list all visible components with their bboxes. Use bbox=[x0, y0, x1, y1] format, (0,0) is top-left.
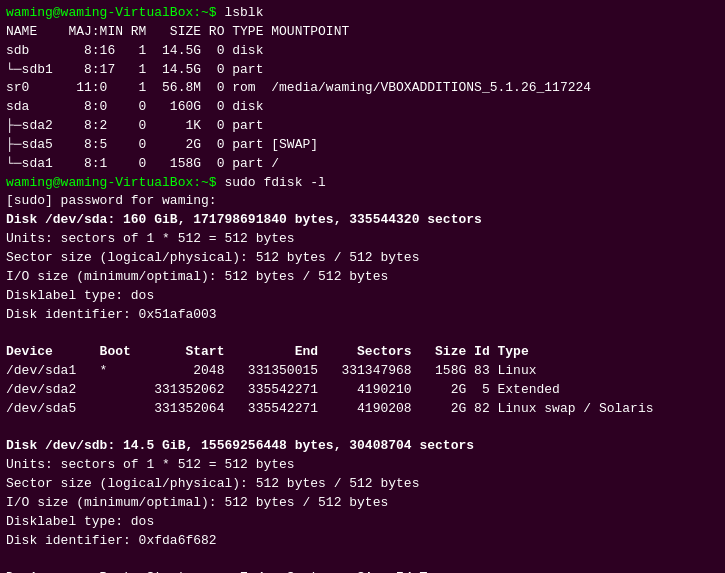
disk_sdb_title: Disk /dev/sdb: 14.5 GiB, 15569256448 byt… bbox=[6, 437, 719, 456]
command-text: sudo fdisk -l bbox=[217, 175, 326, 190]
dev_header2: Device Boot Start End Sectors Size Id Ty… bbox=[6, 569, 719, 573]
sector_size_sdb: Sector size (logical/physical): 512 byte… bbox=[6, 475, 719, 494]
prompt-text: waming@waming-VirtualBox:~$ bbox=[6, 175, 217, 190]
sda5_line: ├─sda5 8:5 0 2G 0 part [SWAP] bbox=[6, 136, 719, 155]
empty-line bbox=[6, 324, 719, 343]
disk_sda_title: Disk /dev/sda: 160 GiB, 171798691840 byt… bbox=[6, 211, 719, 230]
disklabel_sda: Disklabel type: dos bbox=[6, 287, 719, 306]
empty-line bbox=[6, 550, 719, 569]
sda5_dev: /dev/sda5 331352064 335542271 4190208 2G… bbox=[6, 400, 719, 419]
sda2_line: ├─sda2 8:2 0 1K 0 part bbox=[6, 117, 719, 136]
sda1_dev: /dev/sda1 * 2048 331350015 331347968 158… bbox=[6, 362, 719, 381]
sda1_line: └─sda1 8:1 0 158G 0 part / bbox=[6, 155, 719, 174]
sdb_line: sdb 8:16 1 14.5G 0 disk bbox=[6, 42, 719, 61]
prompt-text: waming@waming-VirtualBox:~$ bbox=[6, 5, 217, 20]
sdb1_line: └─sdb1 8:17 1 14.5G 0 part bbox=[6, 61, 719, 80]
units_sdb: Units: sectors of 1 * 512 = 512 bytes bbox=[6, 456, 719, 475]
dev_header: Device Boot Start End Sectors Size Id Ty… bbox=[6, 343, 719, 362]
sda2_dev: /dev/sda2 331352062 335542271 4190210 2G… bbox=[6, 381, 719, 400]
sudo_pass: [sudo] password for waming: bbox=[6, 192, 719, 211]
io_size_sda: I/O size (minimum/optimal): 512 bytes / … bbox=[6, 268, 719, 287]
units_sda: Units: sectors of 1 * 512 = 512 bytes bbox=[6, 230, 719, 249]
disk_id_sda: Disk identifier: 0x51afa003 bbox=[6, 306, 719, 325]
io_size_sdb: I/O size (minimum/optimal): 512 bytes / … bbox=[6, 494, 719, 513]
sda_line: sda 8:0 0 160G 0 disk bbox=[6, 98, 719, 117]
terminal-content: waming@waming-VirtualBox:~$ lsblkNAME MA… bbox=[6, 4, 719, 573]
disklabel_sdb: Disklabel type: dos bbox=[6, 513, 719, 532]
lsblk_header: NAME MAJ:MIN RM SIZE RO TYPE MOUNTPOINT bbox=[6, 23, 719, 42]
disk_id_sdb: Disk identifier: 0xfda6f682 bbox=[6, 532, 719, 551]
prompt1: waming@waming-VirtualBox:~$ lsblk bbox=[6, 4, 719, 23]
prompt2: waming@waming-VirtualBox:~$ sudo fdisk -… bbox=[6, 174, 719, 193]
sr0_line: sr0 11:0 1 56.8M 0 rom /media/waming/VBO… bbox=[6, 79, 719, 98]
terminal-window: waming@waming-VirtualBox:~$ lsblkNAME MA… bbox=[0, 0, 725, 573]
sector_size_sda: Sector size (logical/physical): 512 byte… bbox=[6, 249, 719, 268]
empty-line bbox=[6, 419, 719, 438]
command-text: lsblk bbox=[217, 5, 264, 20]
